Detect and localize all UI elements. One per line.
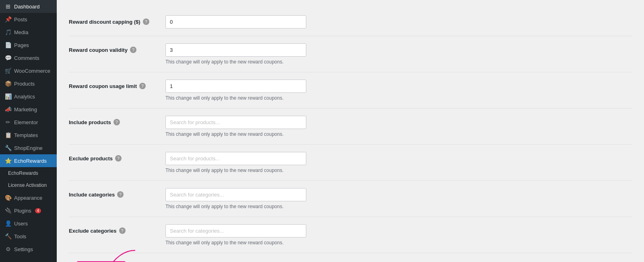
label-reward-coupon-validity: Reward coupon validity (69, 47, 128, 53)
sidebar-item-label: Marketing (14, 106, 37, 113)
hint-include-categories: This change will only apply to the new r… (165, 204, 306, 209)
sidebar-item-appearance[interactable]: 🎨Appearance (0, 191, 57, 204)
plugins-icon: 🔌 (5, 207, 11, 214)
form-row-reward-discount-capping: Reward discount capping ($)? (69, 8, 632, 36)
sidebar: ⊞Dashboard📌Posts🎵Media📄Pages💬Comments🛒Wo… (0, 0, 57, 262)
sidebar-nav: ⊞Dashboard📌Posts🎵Media📄Pages💬Comments🛒Wo… (0, 0, 57, 256)
settings-icon: ⚙ (5, 246, 11, 252)
sidebar-item-tools[interactable]: 🔨Tools (0, 230, 57, 243)
label-group-exclude-categories: Exclude categories? (69, 224, 161, 234)
main-content: Reward discount capping ($)?Reward coupo… (57, 0, 644, 262)
sidebar-item-media[interactable]: 🎵Media (0, 26, 57, 39)
form-row-reward-coupon-validity: Reward coupon validity?This change will … (69, 36, 632, 72)
label-exclude-products: Exclude products (69, 156, 113, 162)
users-icon: 👤 (5, 220, 11, 227)
field-group-reward-coupon-usage-limit: This change will only apply to the new r… (165, 80, 306, 101)
label-exclude-categories: Exclude categories (69, 228, 117, 234)
sidebar-item-label: Comments (14, 55, 39, 61)
field-group-exclude-categories: This change will only apply to the new r… (165, 224, 306, 246)
sidebar-item-dashboard[interactable]: ⊞Dashboard (0, 0, 57, 13)
help-icon-reward-coupon-usage-limit[interactable]: ? (139, 83, 146, 89)
help-icon-exclude-products[interactable]: ? (115, 155, 122, 162)
input-reward-coupon-usage-limit[interactable] (165, 80, 306, 93)
sidebar-item-pages[interactable]: 📄Pages (0, 39, 57, 51)
appearance-icon: 🎨 (5, 194, 11, 201)
form-row-include-products: Include products?This change will only a… (69, 108, 632, 145)
sidebar-item-label: Dashboard (14, 4, 40, 10)
field-group-exclude-products: This change will only apply to the new r… (165, 152, 306, 173)
plugins-badge: 4 (35, 208, 41, 213)
sidebar-item-echorewards[interactable]: ⭐EchoRewards (0, 154, 57, 167)
sidebar-item-marketing[interactable]: 📣Marketing (0, 103, 57, 116)
label-group-include-products: Include products? (69, 116, 161, 125)
sidebar-item-label: WooCommerce (14, 68, 50, 74)
input-include-products[interactable] (165, 116, 306, 129)
media-icon: 🎵 (5, 29, 11, 35)
posts-icon: 📌 (5, 16, 11, 23)
form-row-exclude-categories: Exclude categories?This change will only… (69, 217, 632, 253)
field-group-reward-discount-capping (165, 15, 306, 29)
label-group-reward-coupon-validity: Reward coupon validity? (69, 43, 161, 53)
label-group-reward-coupon-usage-limit: Reward coupon usage limit? (69, 80, 161, 89)
help-icon-reward-coupon-validity[interactable]: ? (130, 47, 136, 53)
input-reward-coupon-validity[interactable] (165, 43, 306, 57)
label-include-categories: Include categories (69, 192, 115, 198)
sidebar-item-woocommerce[interactable]: 🛒WooCommerce (0, 64, 57, 77)
sidebar-item-settings[interactable]: ⚙Settings (0, 243, 57, 256)
elementor-icon: ✏ (5, 119, 11, 125)
hint-exclude-categories: This change will only apply to the new r… (165, 240, 306, 246)
hint-include-products: This change will only apply to the new r… (165, 131, 306, 137)
sidebar-item-plugins[interactable]: 🔌Plugins4 (0, 204, 57, 217)
field-group-include-products: This change will only apply to the new r… (165, 116, 306, 137)
sidebar-item-label: Plugins (14, 208, 31, 214)
input-reward-discount-capping[interactable] (165, 15, 306, 29)
help-icon-reward-discount-capping[interactable]: ? (143, 18, 149, 25)
hint-reward-coupon-usage-limit: This change will only apply to the new r… (165, 95, 306, 101)
sidebar-item-label: EchoRewards (14, 158, 47, 164)
sidebar-sub-label: EchoRewards (8, 170, 38, 176)
shopengine-icon: 🔧 (5, 145, 11, 151)
comments-icon: 💬 (5, 55, 11, 61)
sidebar-item-label: Appearance (14, 195, 42, 201)
sidebar-item-comments[interactable]: 💬Comments (0, 51, 57, 64)
form-row-exclude-products: Exclude products?This change will only a… (69, 145, 632, 181)
products-icon: 📦 (5, 80, 11, 87)
pages-icon: 📄 (5, 42, 11, 48)
label-reward-discount-capping: Reward discount capping ($) (69, 19, 140, 25)
sidebar-item-elementor[interactable]: ✏Elementor (0, 116, 57, 129)
sidebar-item-label: Users (14, 221, 28, 227)
sidebar-item-label: Posts (14, 16, 27, 23)
help-icon-include-products[interactable]: ? (114, 119, 120, 125)
input-include-categories[interactable] (165, 188, 306, 201)
hint-reward-coupon-validity: This change will only apply to the new r… (165, 59, 306, 65)
input-exclude-products[interactable] (165, 152, 306, 165)
field-group-reward-coupon-validity: This change will only apply to the new r… (165, 43, 306, 65)
label-include-products: Include products (69, 119, 111, 125)
sidebar-item-templates[interactable]: 📋Templates (0, 129, 57, 141)
sidebar-item-license-activation[interactable]: License Activation (0, 179, 57, 191)
sidebar-item-label: Tools (14, 233, 26, 239)
sidebar-item-posts[interactable]: 📌Posts (0, 13, 57, 26)
form-row-include-categories: Include categories?This change will only… (69, 181, 632, 217)
sidebar-item-users[interactable]: 👤Users (0, 217, 57, 230)
echorewards-icon: ⭐ (5, 158, 11, 164)
sidebar-item-echorewards-main[interactable]: EchoRewards (0, 167, 57, 179)
sidebar-sub-label: License Activation (8, 182, 47, 188)
sidebar-item-analytics[interactable]: 📊Analytics (0, 90, 57, 103)
label-group-reward-discount-capping: Reward discount capping ($)? (69, 15, 161, 25)
sidebar-item-label: Analytics (14, 94, 35, 100)
help-icon-include-categories[interactable]: ? (117, 191, 124, 198)
label-group-include-categories: Include categories? (69, 188, 161, 198)
sidebar-item-label: Pages (14, 42, 29, 48)
help-icon-exclude-categories[interactable]: ? (119, 227, 126, 234)
sidebar-item-label: Media (14, 29, 28, 35)
sidebar-item-shopengine[interactable]: 🔧ShopEngine (0, 141, 57, 154)
sidebar-item-label: Settings (14, 246, 33, 252)
sidebar-item-products[interactable]: 📦Products (0, 77, 57, 90)
woocommerce-icon: 🛒 (5, 68, 11, 74)
save-button-area: Save Changes (69, 253, 632, 262)
dashboard-icon: ⊞ (5, 3, 11, 10)
input-exclude-categories[interactable] (165, 224, 306, 237)
label-group-exclude-products: Exclude products? (69, 152, 161, 162)
sidebar-item-label: ShopEngine (14, 145, 43, 151)
